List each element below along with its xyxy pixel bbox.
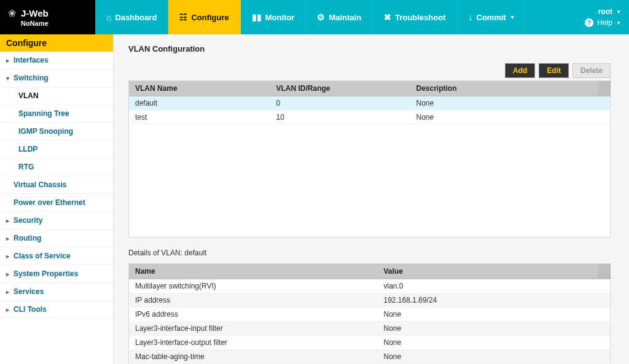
nav-label: Monitor: [265, 13, 295, 22]
sidebar-item-poe[interactable]: Power over Ethernet: [0, 194, 113, 212]
page-title: VLAN Configuration: [128, 44, 611, 53]
sidebar-item-label: Power over Ethernet: [14, 198, 85, 207]
chevron-down-icon: ▾: [617, 9, 620, 15]
cell-detail-value: None: [378, 350, 598, 364]
table-row[interactable]: Layer3-interface-input filterNone: [129, 322, 611, 336]
user-menu[interactable]: root ▾: [598, 7, 620, 16]
sidebar-item-interfaces[interactable]: ▸ Interfaces: [0, 52, 113, 69]
table-row[interactable]: test 10 None: [129, 110, 611, 125]
sidebar-item-label: System Properties: [14, 269, 78, 278]
sidebar-sub-vlan[interactable]: VLAN: [0, 87, 113, 105]
details-table-body: Multilayer switching(RVI)vlan.0IP addres…: [129, 279, 611, 365]
cell-name: default: [129, 96, 270, 110]
help-icon: ?: [585, 18, 593, 27]
nav-monitor[interactable]: ▮▮ Monitor: [241, 0, 307, 34]
user-label: root: [598, 7, 612, 16]
sidebar-item-routing[interactable]: ▸ Routing: [0, 230, 113, 247]
chevron-down-icon: ▾: [617, 20, 620, 26]
sidebar-sub-lldp[interactable]: LLDP: [0, 141, 113, 158]
bars-icon: ▮▮: [252, 12, 262, 22]
sidebar-item-services[interactable]: ▸ Services: [0, 283, 113, 301]
col-resize-icon[interactable]: [598, 264, 611, 279]
cell-detail-value: vlan.0: [378, 279, 598, 293]
table-row[interactable]: IPv6 addressNone: [129, 308, 611, 322]
gear-icon: ⚙: [317, 12, 325, 22]
cell-detail-name: Multilayer switching(RVI): [129, 279, 378, 293]
vlan-table: VLAN Name VLAN ID/Range Description defa…: [128, 80, 611, 125]
sidebar-item-security[interactable]: ▸ Security: [0, 212, 113, 230]
col-vlan-id[interactable]: VLAN ID/Range: [270, 81, 410, 96]
sidebar-item-cos[interactable]: ▸ Class of Service: [0, 247, 113, 265]
chevron-right-icon: ▸: [6, 288, 11, 295]
home-icon: ⌂: [106, 12, 111, 22]
sidebar-sub-rtg[interactable]: RTG: [0, 158, 113, 176]
cell-pad: [598, 336, 611, 350]
chevron-right-icon: ▸: [6, 253, 11, 260]
nav-maintain[interactable]: ⚙ Maintain: [306, 0, 373, 34]
cell-detail-value: 192.168.1.69/24: [378, 293, 598, 308]
chevron-right-icon: ▸: [6, 306, 11, 313]
col-detail-value[interactable]: Value: [378, 264, 598, 279]
main-content: VLAN Configuration Add Edit Delete VLAN …: [114, 34, 629, 364]
nav-label: Configure: [191, 13, 229, 22]
table-row[interactable]: Multilayer switching(RVI)vlan.0: [129, 279, 611, 293]
table-row[interactable]: Mac-table-aging-timeNone: [129, 350, 611, 364]
chevron-right-icon: ▸: [6, 217, 11, 224]
sidebar-item-label: Routing: [14, 234, 41, 242]
nav-dashboard[interactable]: ⌂ Dashboard: [95, 0, 168, 34]
sidebar-item-sysprops[interactable]: ▸ System Properties: [0, 265, 113, 283]
sidebar-item-label: Switching: [14, 74, 49, 82]
cell-pad: [598, 350, 611, 364]
cell-detail-value: None: [378, 308, 598, 322]
col-resize-icon[interactable]: [598, 81, 611, 96]
col-detail-name[interactable]: Name: [129, 264, 378, 279]
cell-detail-name: IPv6 address: [129, 308, 378, 322]
table-row[interactable]: Layer3-interface-output filterNone: [129, 336, 611, 350]
chevron-right-icon: ▸: [6, 235, 11, 242]
download-icon: ↓: [469, 12, 473, 22]
sidebar-sub-igmp-snooping[interactable]: IGMP Snooping: [0, 123, 113, 141]
cell-pad: [598, 96, 611, 110]
cell-detail-name: Mac-table-aging-time: [129, 350, 378, 364]
sidebar-item-label: Services: [14, 287, 44, 296]
cell-desc: None: [410, 110, 598, 125]
cell-detail-name: Layer3-interface-output filter: [129, 336, 378, 350]
sidebar-item-switching[interactable]: ▾ Switching: [0, 69, 113, 87]
help-label: Help: [597, 18, 612, 27]
table-row[interactable]: default 0 None: [129, 96, 611, 110]
cell-name: test: [129, 110, 270, 125]
nav-label: Maintain: [329, 13, 361, 22]
sidebar-item-label: CLI Tools: [14, 305, 47, 314]
vlan-table-body: default 0 None test 10 None: [129, 96, 611, 125]
toolbar: Add Edit Delete: [128, 63, 611, 78]
sidebar-item-clitools[interactable]: ▸ CLI Tools: [0, 301, 113, 319]
nav-troubleshoot[interactable]: ✖ Troubleshoot: [373, 0, 457, 34]
details-title: Details of VLAN: default: [128, 249, 611, 257]
edit-button[interactable]: Edit: [539, 63, 569, 78]
cell-pad: [598, 110, 611, 125]
brand-block: ❀ J-Web NoName: [0, 0, 95, 34]
sidebar-sub-spanning-tree[interactable]: Spanning Tree: [0, 105, 113, 123]
cell-pad: [598, 279, 611, 293]
col-vlan-desc[interactable]: Description: [410, 81, 598, 96]
nav-configure[interactable]: ☷ Configure: [168, 0, 240, 34]
layout: Configure ▸ Interfaces ▾ Switching VLAN …: [0, 34, 629, 364]
cell-id: 10: [270, 110, 410, 125]
help-menu[interactable]: ? Help ▾: [585, 18, 620, 27]
brand-subtitle: NoName: [6, 20, 95, 27]
sidebar-item-virtual-chassis[interactable]: Virtual Chassis: [0, 176, 113, 194]
chevron-right-icon: ▸: [6, 57, 11, 64]
topright-block: root ▾ ? Help ▾: [585, 0, 629, 34]
chevron-right-icon: ▸: [6, 271, 11, 277]
delete-button[interactable]: Delete: [572, 63, 611, 78]
cell-pad: [598, 308, 611, 322]
sidebar-item-label: Virtual Chassis: [14, 180, 66, 189]
brand-logo-icon: ❀: [6, 7, 17, 18]
topbar: ❀ J-Web NoName ⌂ Dashboard ☷ Configure ▮…: [0, 0, 629, 34]
table-row[interactable]: IP address192.168.1.69/24: [129, 293, 611, 308]
sitemap-icon: ☷: [179, 12, 187, 22]
add-button[interactable]: Add: [505, 63, 535, 78]
col-vlan-name[interactable]: VLAN Name: [129, 81, 270, 96]
nav-commit[interactable]: ↓ Commit ▾: [458, 0, 526, 34]
sidebar-header: Configure: [0, 34, 113, 52]
